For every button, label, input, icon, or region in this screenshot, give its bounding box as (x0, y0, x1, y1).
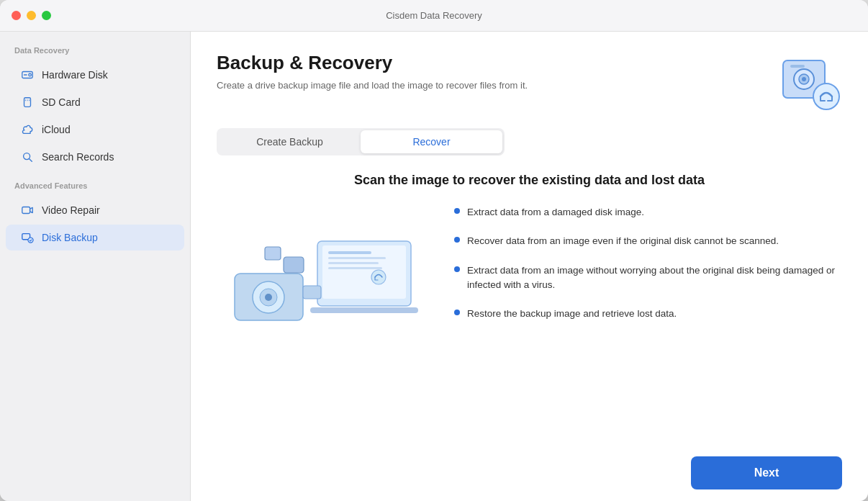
advanced-features-section: Advanced Features Video Repair (0, 181, 190, 250)
feature-text-0: Extract data from a damaged disk image. (467, 205, 644, 220)
hardware-disk-label: Hardware Disk (42, 69, 108, 81)
svg-point-32 (265, 294, 272, 301)
sidebar: Data Recovery Hardware Disk (0, 32, 191, 501)
disk-backup-label: Disk Backup (42, 232, 98, 243)
main-content: Backup & Recovery Create a drive backup … (191, 32, 868, 501)
icloud-label: iCloud (42, 124, 71, 135)
app-body: Data Recovery Hardware Disk (0, 32, 868, 501)
svg-point-16 (802, 77, 806, 81)
sidebar-item-hardware-disk[interactable]: Hardware Disk (6, 62, 184, 88)
svg-rect-35 (303, 286, 321, 299)
feature-dot-3 (454, 310, 460, 315)
svg-point-1 (29, 73, 32, 76)
svg-rect-27 (310, 307, 418, 313)
feature-item-3: Restore the backup image and retrieve lo… (454, 307, 842, 321)
disk-backup-icon (20, 230, 35, 245)
titlebar: Cisdem Data Recovery (0, 0, 868, 32)
minimize-button[interactable] (27, 11, 36, 20)
svg-rect-9 (22, 207, 30, 214)
feature-dot-1 (454, 237, 460, 243)
video-icon (20, 203, 35, 217)
sidebar-item-search-records[interactable]: Search Records (6, 144, 184, 170)
svg-rect-17 (790, 65, 805, 68)
main-body: Scan the image to recover the existing d… (191, 155, 868, 445)
tab-recover[interactable]: Recover (361, 130, 502, 153)
search-records-label: Search Records (42, 151, 114, 163)
feature-dot-0 (454, 208, 460, 214)
feature-dot-2 (454, 266, 460, 272)
feature-item-2: Extract data from an image without worry… (454, 263, 842, 293)
main-header-left: Backup & Recovery Create a drive backup … (217, 52, 528, 91)
hdd-icon (20, 68, 35, 82)
search-icon (20, 150, 35, 164)
icloud-icon (20, 122, 35, 137)
window-title: Cisdem Data Recovery (386, 10, 482, 21)
sidebar-item-icloud[interactable]: iCloud (6, 117, 184, 143)
feature-text-1: Recover data from an image even if the o… (467, 234, 779, 248)
video-repair-label: Video Repair (42, 204, 100, 216)
sd-card-label: SD Card (42, 96, 81, 108)
page-subtitle: Create a drive backup image file and loa… (217, 80, 528, 91)
svg-rect-22 (328, 251, 371, 254)
feature-text-2: Extract data from an image without worry… (467, 263, 842, 293)
advanced-features-section-label: Advanced Features (0, 181, 190, 196)
feature-item-0: Extract data from a damaged disk image. (454, 205, 842, 220)
maximize-button[interactable] (42, 11, 51, 20)
tab-create-backup[interactable]: Create Backup (219, 130, 361, 153)
feature-item-1: Recover data from an image even if the o… (454, 234, 842, 248)
close-button[interactable] (12, 11, 21, 20)
recover-section: Scan the image to recover the existing d… (217, 173, 842, 428)
recover-illustration (217, 205, 425, 335)
svg-rect-3 (24, 98, 31, 107)
data-recovery-section: Data Recovery Hardware Disk (0, 46, 190, 170)
backup-icon (777, 52, 842, 117)
sidebar-item-disk-backup[interactable]: Disk Backup (6, 225, 184, 250)
data-recovery-section-label: Data Recovery (0, 46, 190, 60)
svg-rect-33 (284, 257, 304, 273)
recover-content: Extract data from a damaged disk image. … (217, 205, 842, 335)
svg-rect-24 (328, 262, 379, 264)
tab-bar: Create Backup Recover (217, 128, 505, 155)
sdcard-icon (20, 95, 35, 109)
window-controls (12, 11, 51, 20)
svg-point-18 (813, 84, 839, 109)
svg-rect-23 (328, 257, 386, 259)
app-window: Cisdem Data Recovery Data Recovery Hardw… (0, 0, 868, 501)
recover-features: Extract data from a damaged disk image. … (454, 205, 842, 321)
footer: Next (191, 445, 868, 501)
page-title: Backup & Recovery (217, 52, 528, 74)
sidebar-item-sd-card[interactable]: SD Card (6, 89, 184, 115)
svg-rect-25 (328, 267, 382, 269)
svg-rect-34 (265, 247, 281, 260)
svg-point-26 (371, 270, 386, 284)
sidebar-item-video-repair[interactable]: Video Repair (6, 197, 184, 223)
main-header: Backup & Recovery Create a drive backup … (191, 32, 868, 128)
svg-line-8 (30, 159, 32, 162)
feature-text-3: Restore the backup image and retrieve lo… (467, 307, 677, 321)
next-button[interactable]: Next (691, 456, 842, 489)
recover-section-title: Scan the image to recover the existing d… (217, 173, 842, 188)
svg-point-11 (28, 238, 33, 243)
